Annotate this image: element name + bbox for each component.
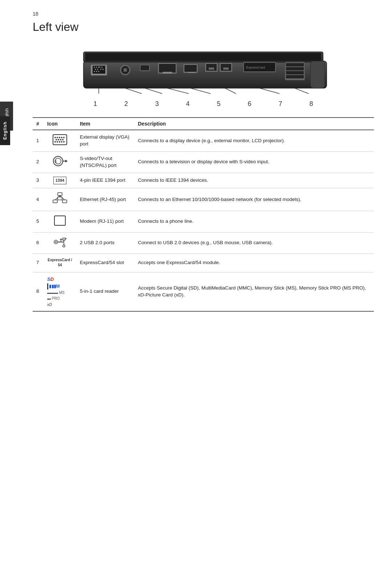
port-number-row: 1 2 3 4 5 6 7 8	[73, 100, 334, 108]
laptop-diagram: ExpressCard	[73, 41, 334, 99]
port-num-1: 1	[93, 100, 97, 108]
svg-line-51	[260, 88, 279, 94]
svg-point-58	[63, 137, 65, 138]
row-desc-6: Connect to USB 2.0 devices (e.g., USB mo…	[134, 232, 374, 254]
ports-table: # Icon Item Description 1	[33, 117, 374, 312]
port-num-6: 6	[248, 100, 251, 108]
row-icon-3: 1394	[44, 173, 76, 188]
svg-rect-35	[223, 67, 229, 70]
row-desc-3: Connects to IEEE 1394 devices.	[134, 173, 374, 188]
svg-rect-75	[62, 200, 67, 203]
svg-point-13	[96, 71, 97, 72]
svg-point-7	[98, 67, 99, 68]
svg-rect-41	[286, 67, 304, 70]
svg-rect-26	[163, 72, 172, 74]
col-header-icon: Icon	[44, 118, 76, 130]
svg-rect-80	[54, 216, 65, 225]
table-row: 1	[33, 130, 374, 151]
svg-point-14	[98, 71, 99, 72]
svg-point-82	[55, 241, 57, 243]
svg-point-57	[61, 137, 62, 138]
svg-point-5	[94, 67, 95, 68]
svg-marker-89	[60, 238, 62, 240]
svg-point-63	[54, 141, 56, 143]
svg-point-61	[60, 139, 61, 140]
svg-rect-40	[286, 63, 304, 66]
svg-text:ExpressCard: ExpressCard	[246, 66, 265, 69]
svg-point-10	[99, 67, 101, 68]
row-item-1: External display (VGA) port	[76, 130, 134, 151]
svg-point-6	[96, 67, 97, 68]
row-icon-6: +	[44, 232, 76, 254]
cardreader-icon: SD ▮▮▮M ▬▬▬ MS ▬ PRO xD	[47, 276, 73, 307]
row-item-8: 5-in-1 card reader	[76, 272, 134, 311]
svg-point-9	[97, 69, 98, 70]
svg-text:+: +	[65, 237, 67, 241]
port-num-2: 2	[124, 100, 128, 108]
svg-line-50	[225, 88, 236, 94]
vga-icon	[52, 134, 68, 145]
row-num-7: 7	[33, 254, 44, 272]
svg-rect-43	[286, 75, 304, 78]
svg-point-65	[59, 141, 60, 143]
svg-marker-72	[65, 160, 68, 163]
svg-rect-73	[58, 193, 62, 196]
row-desc-2: Connects to a television or display devi…	[134, 151, 374, 173]
page-number: 18	[33, 11, 374, 17]
svg-point-16	[103, 69, 104, 70]
svg-line-46	[125, 88, 142, 94]
col-header-num: #	[33, 118, 44, 130]
row-desc-8: Accepts Secure Digital (SD), MultiMediaC…	[134, 272, 374, 311]
expresscard-icon: ExpressCard / 54	[47, 258, 73, 268]
row-item-3: 4-pin IEEE 1394 port	[76, 173, 134, 188]
svg-point-62	[62, 139, 64, 140]
svg-point-87	[63, 245, 65, 247]
svg-rect-32	[209, 67, 214, 70]
port-num-5: 5	[217, 100, 220, 108]
row-num-6: 6	[33, 232, 44, 254]
svg-rect-28	[184, 65, 197, 72]
svg-line-52	[295, 88, 309, 94]
row-item-7: ExpressCard/54 slot	[76, 254, 134, 272]
ieee1394-icon: 1394	[53, 177, 66, 184]
svg-line-49	[191, 88, 211, 94]
row-desc-5: Connects to a phone line.	[134, 211, 374, 232]
row-num-8: 8	[33, 272, 44, 311]
svg-rect-23	[140, 65, 149, 70]
svg-point-60	[58, 139, 59, 140]
row-num-4: 4	[33, 188, 44, 211]
ethernet-icon	[52, 192, 68, 205]
laptop-image: ExpressCard	[33, 41, 374, 114]
svg-rect-78	[58, 197, 62, 200]
row-icon-4	[44, 188, 76, 211]
col-header-item: Item	[76, 118, 134, 130]
svg-point-59	[56, 139, 57, 140]
table-row: 3 1394 4-pin IEEE 1394 port Connects to …	[33, 173, 374, 188]
port-num-7: 7	[278, 100, 282, 108]
usb-icon: +	[52, 236, 68, 248]
svg-rect-25	[159, 64, 176, 73]
svg-rect-44	[310, 61, 325, 88]
table-row: 5 Modem (RJ-11) port Connects to a phone…	[33, 211, 374, 232]
svg-point-66	[61, 141, 62, 143]
row-item-5: Modem (RJ-11) port	[76, 211, 134, 232]
row-icon-8: SD ▮▮▮M ▬▬▬ MS ▬ PRO xD	[44, 272, 76, 311]
row-item-6: 2 USB 2.0 ports	[76, 232, 134, 254]
port-num-4: 4	[186, 100, 189, 108]
svideo-icon: S	[52, 156, 68, 167]
row-num-5: 5	[33, 211, 44, 232]
row-icon-2: S	[44, 151, 76, 173]
row-icon-7: ExpressCard / 54	[44, 254, 76, 272]
row-desc-7: Accepts one ExpressCard/54 module.	[134, 254, 374, 272]
table-header-row: # Icon Item Description	[33, 118, 374, 130]
svg-point-55	[57, 137, 58, 138]
svg-point-56	[59, 137, 60, 138]
row-item-2: S-video/TV-out (NTSC/PAL) port	[76, 151, 134, 173]
modem-icon	[53, 215, 66, 226]
table-row: 4	[33, 188, 374, 211]
row-num-1: 1	[33, 130, 44, 151]
table-row: 2 S S-video/TV-out (NTSC/PAL) port Conne…	[33, 151, 374, 173]
svg-point-12	[94, 71, 95, 72]
page-title: Left view	[33, 20, 374, 34]
col-header-desc: Description	[134, 118, 374, 130]
